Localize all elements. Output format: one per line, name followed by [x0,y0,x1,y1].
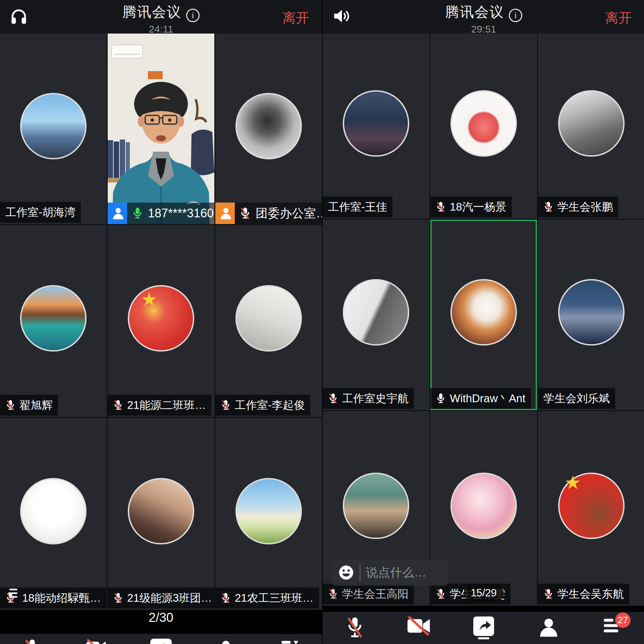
flag-star-motif: ★ [141,288,158,310]
participant-tile[interactable]: 翟旭辉 [0,225,107,417]
participant-tile[interactable]: 工作室-李起俊 [215,225,322,417]
participant-tile[interactable]: 21级能源3班团… [108,418,214,610]
page-indicator: 2/30 [0,610,322,625]
meeting-timer: 29:51 [323,23,644,35]
mic-muted-icon [221,399,231,411]
participant-name: 工作室-胡海湾 [5,205,75,220]
name-label: 18能动绍騄甄… [0,588,106,608]
meeting-screens-composite: { "colors": { "leave_red": "#e34d4d", "m… [0,0,644,644]
participant-tile[interactable]: 学生会张鹏 [538,34,644,219]
mic-muted-icon [436,588,446,600]
mic-muted-icon [113,399,123,411]
participant-tile[interactable]: 18汽一杨景 [430,34,537,219]
name-label: 学生会王高阳 [323,584,414,604]
chat-input[interactable]: 说点什么… [332,559,448,586]
participant-name: 21能源二班班… [127,398,206,413]
app-title: 腾讯会议 [122,4,181,20]
participant-tile[interactable]: 团委办公室… [215,34,322,224]
avatar [235,93,302,159]
bottom-toolbar-partial [0,634,322,644]
share-underline [478,637,489,639]
participant-name: 18能动绍騄甄… [22,591,101,606]
name-label: 工作室-胡海湾 [0,202,81,223]
name-label: 学生会刘乐斌 [538,388,615,409]
flag-star-motif: ★ [565,472,581,493]
name-label: 工作室-王佳 [323,197,392,217]
camera-toggle-button[interactable] [399,612,439,635]
avatar [20,93,87,159]
avatar [343,279,409,345]
participant-tile-active-speaker[interactable]: WithDraw丶Ant [430,220,537,410]
app-title: 腾讯会议 [445,4,504,20]
share-screen-button[interactable] [141,634,181,644]
mic-muted-icon [5,399,15,411]
mic-muted-icon [436,201,446,213]
header: 腾讯会议i 24:11 离开 [0,0,322,34]
participant-name: 团委办公室… [256,205,322,222]
more-button[interactable] [270,634,310,644]
mic-on-icon [436,392,446,405]
avatar [558,90,625,157]
avatar [558,279,625,345]
avatar [450,473,517,539]
participant-tile[interactable]: ★ 21能源二班班… [108,225,214,417]
avatar [235,285,302,352]
participant-tile[interactable]: 学生会刘乐斌 [538,220,644,410]
webcam-video [108,34,214,224]
leave-button[interactable]: 离开 [605,9,632,27]
mic-on-icon [132,207,143,220]
participant-name: 21级能源3班团… [127,591,212,606]
mic-toggle-button[interactable] [335,612,375,639]
participant-name: 学生会刘乐斌 [543,391,610,406]
mic-muted-icon [543,588,553,600]
active-speaker-icon [108,203,127,224]
camera-toggle-button[interactable] [76,634,117,644]
name-label: 187****3160 [108,203,214,224]
name-label: 翟旭辉 [0,395,58,416]
participant-tile[interactable]: 工作室-王佳 [323,34,429,219]
participant-name: 工作室史宇航 [342,391,409,406]
avatar [343,473,409,539]
participant-tile[interactable]: 工作室史宇航 [323,220,429,410]
participant-tile[interactable]: 21农工三班班… [215,418,322,610]
participant-tile[interactable]: ★ 学生会吴东航 [538,411,644,606]
mic-muted-icon [113,592,123,604]
participants-button[interactable] [528,612,568,637]
avatar [20,285,87,352]
participant-name: 工作室-王佳 [328,200,387,215]
avatar [235,478,302,544]
more-button[interactable]: 27 [592,612,633,635]
emoji-icon[interactable] [338,565,354,581]
info-icon[interactable]: i [509,9,522,22]
info-icon[interactable]: i [186,9,200,22]
participant-tile-active-speaker[interactable]: 187****3160 [108,34,214,224]
share-screen-button[interactable] [464,612,504,636]
name-label: 学生会吴东航 [538,584,629,604]
participant-name: 21农工三班班… [235,591,314,606]
name-label: 工作室史宇航 [323,388,414,409]
notification-badge: 27 [615,612,631,628]
participant-name: 学生会吴东航 [557,587,624,602]
avatar [128,478,194,544]
name-label: 18汽一杨景 [430,197,512,217]
name-label: 21级能源3班团… [108,588,214,608]
name-label: WithDraw丶Ant [430,388,531,409]
mic-toggle-button[interactable] [12,634,52,644]
participant-tile[interactable]: 18能动绍騄甄… [0,418,107,610]
leave-button[interactable]: 离开 [282,9,309,27]
divider [360,564,361,581]
mic-muted-icon [239,207,251,220]
speaker-queue-icon [215,203,235,224]
participant-tile[interactable]: 工作室-胡海湾 [0,34,107,224]
mic-muted-icon [328,588,338,600]
avatar [450,90,517,157]
participants-button[interactable] [205,634,246,644]
meeting-screen-right: 腾讯会议i 29:51 离开 工作室-王佳 18汽一杨景 学生会张鹏 工作室史宇… [322,0,644,644]
mic-muted-icon [543,201,553,213]
caption-list-icon [7,588,18,599]
meeting-screen-left: 腾讯会议i 24:11 离开 工作室-胡海湾 [0,0,322,644]
name-label: 21能源二班班… [108,395,211,416]
participant-name: 18汽一杨景 [450,200,506,215]
bottom-toolbar: 27 [323,612,644,644]
participant-name: 翟旭辉 [19,398,53,413]
